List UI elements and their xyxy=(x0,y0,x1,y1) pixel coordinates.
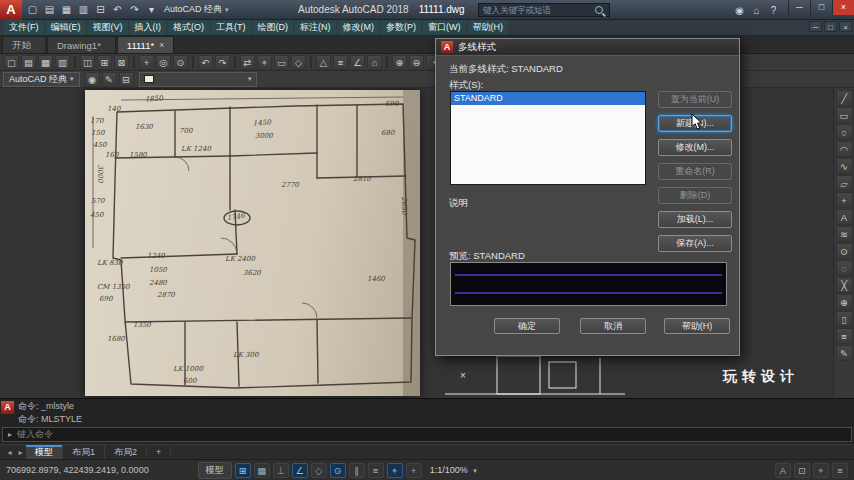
workspace-dropdown[interactable]: AutoCAD 经典▾ xyxy=(3,72,80,87)
line-icon[interactable]: ╱ xyxy=(836,90,853,106)
save-as-icon[interactable]: ▥ xyxy=(76,2,91,17)
layout-tab[interactable]: 布局1 xyxy=(63,445,105,460)
annotation-scale[interactable]: 1:1/100% ▾ xyxy=(430,465,477,475)
menu-item[interactable]: 标注(N) xyxy=(295,20,336,35)
object-snap-icon[interactable]: ⊙ xyxy=(330,463,346,478)
dialog-button[interactable]: 保存(A)... xyxy=(658,235,732,252)
polar-tracking-icon[interactable]: ∠ xyxy=(292,463,308,478)
layer-dropdown[interactable]: ▾ xyxy=(139,72,257,87)
doc-window-control[interactable]: × xyxy=(839,21,852,32)
save-icon[interactable]: ▦ xyxy=(59,2,74,17)
menu-item[interactable]: 修改(M) xyxy=(338,20,380,35)
file-tab[interactable]: Drawing1* xyxy=(47,36,116,53)
menu-item[interactable]: 绘图(D) xyxy=(253,20,294,35)
spell-check-icon[interactable]: ⊠ xyxy=(114,55,129,70)
ortho-icon[interactable]: ⊥ xyxy=(273,463,289,478)
dialog-button[interactable]: 置为当前(U) xyxy=(658,91,732,108)
dialog-footer-button[interactable]: 帮助(H) xyxy=(664,318,730,334)
new-icon[interactable]: ▢ xyxy=(4,55,19,70)
style-list-item[interactable]: STANDARD xyxy=(451,92,645,105)
revision-cloud-icon[interactable]: ✎ xyxy=(836,345,853,361)
insert-block-icon[interactable]: ⊕ xyxy=(836,294,853,310)
minimize-button[interactable]: ─ xyxy=(788,0,810,15)
layout-nav-icon[interactable]: ▸ xyxy=(15,448,26,457)
sign-in-icon[interactable]: ◉ xyxy=(732,3,747,18)
dialog-button[interactable]: 删除(D) xyxy=(658,187,732,204)
qat-dropdown-icon[interactable]: ▾ xyxy=(144,2,159,17)
properties-icon[interactable]: △ xyxy=(316,55,331,70)
annotation-visibility-icon[interactable]: A xyxy=(775,463,791,478)
menu-item[interactable]: 帮助(H) xyxy=(468,20,509,35)
tab-close-icon[interactable]: × xyxy=(159,40,164,50)
layer-off-icon[interactable]: ⊟ xyxy=(119,72,134,87)
arc-icon[interactable]: ◠ xyxy=(836,141,853,157)
transparency-icon[interactable]: ≡ xyxy=(368,463,384,478)
zoom-realtime-icon[interactable]: ⌖ xyxy=(257,55,272,70)
sheet-set-icon[interactable]: ⌂ xyxy=(367,55,382,70)
save-icon[interactable]: ▦ xyxy=(38,55,53,70)
zoom-window-icon[interactable]: ▭ xyxy=(274,55,289,70)
dialog-button[interactable]: 加载(L)... xyxy=(658,211,732,228)
search-icon[interactable] xyxy=(595,6,603,14)
toolbar-icon[interactable] xyxy=(133,56,135,69)
text-icon[interactable]: A xyxy=(836,209,853,225)
layout-tab[interactable]: + xyxy=(147,445,171,460)
lineweight-icon[interactable]: ∥ xyxy=(349,463,365,478)
cut-icon[interactable]: + xyxy=(139,55,154,70)
publish-icon[interactable]: ⊞ xyxy=(97,55,112,70)
grid-icon[interactable]: ⊞ xyxy=(235,463,251,478)
plot-icon[interactable]: ⊟ xyxy=(93,2,108,17)
search-input[interactable] xyxy=(479,5,595,15)
pan-icon[interactable]: ⇄ xyxy=(240,55,255,70)
file-tab[interactable]: 开始 xyxy=(2,36,46,53)
dialog-footer-button[interactable]: 确定 xyxy=(494,318,560,334)
layout-nav-icon[interactable]: ◂ xyxy=(4,448,15,457)
customization-icon[interactable]: ≡ xyxy=(832,463,848,478)
open-icon[interactable]: ▤ xyxy=(42,2,57,17)
object-snap-tracking-icon[interactable]: ⌖ xyxy=(387,463,403,478)
toolbar-icon[interactable] xyxy=(74,56,76,69)
layer-states-icon[interactable]: ✎ xyxy=(102,72,117,87)
qnew-icon[interactable]: ▢ xyxy=(25,2,40,17)
open-icon[interactable]: ▤ xyxy=(21,55,36,70)
menu-item[interactable]: 视图(V) xyxy=(88,20,128,35)
ellipse-icon[interactable]: ◌ xyxy=(836,260,853,276)
menu-item[interactable]: 编辑(E) xyxy=(46,20,86,35)
layout-tab[interactable]: 布局2 xyxy=(105,445,147,460)
layer-properties-icon[interactable]: ◉ xyxy=(85,72,100,87)
redo-icon[interactable]: ↷ xyxy=(127,2,142,17)
workspace-switching-icon[interactable]: ⊡ xyxy=(794,463,810,478)
point-icon[interactable]: + xyxy=(836,192,853,208)
designcenter-icon[interactable]: ≡ xyxy=(333,55,348,70)
dialog-button[interactable]: 重命名(R) xyxy=(658,163,732,180)
donut-icon[interactable]: ⊙ xyxy=(836,243,853,259)
help-icon[interactable]: ? xyxy=(766,3,781,18)
toolbar-icon[interactable] xyxy=(386,56,388,69)
command-input[interactable]: ▸ 键入命令 xyxy=(2,427,852,442)
circle-icon[interactable]: ○ xyxy=(836,124,853,140)
menu-item[interactable]: 插入(I) xyxy=(130,20,167,35)
application-menu-icon[interactable]: A xyxy=(0,0,22,20)
menu-item[interactable]: 参数(P) xyxy=(381,20,421,35)
menu-item[interactable]: 格式(O) xyxy=(168,20,209,35)
region-icon[interactable]: ▯ xyxy=(836,311,853,327)
table-icon[interactable]: ≡ xyxy=(836,328,853,344)
autodesk-home-icon[interactable]: ⌂ xyxy=(749,3,764,18)
maximize-button[interactable]: □ xyxy=(810,0,832,15)
erase-icon[interactable]: ╳ xyxy=(836,277,853,293)
dialog-titlebar[interactable]: A 多线样式 xyxy=(436,39,739,56)
styles-listbox[interactable]: STANDARD xyxy=(450,91,646,185)
hatch-icon[interactable]: ≋ xyxy=(836,226,853,242)
close-button[interactable]: × xyxy=(832,0,854,15)
plot-preview-icon[interactable]: ◫ xyxy=(80,55,95,70)
spline-icon[interactable]: ∿ xyxy=(836,158,853,174)
polygon-icon[interactable]: ▱ xyxy=(836,175,853,191)
tool-palettes-icon[interactable]: ∠ xyxy=(350,55,365,70)
rectangle-icon[interactable]: ▭ xyxy=(836,107,853,123)
undo-icon[interactable]: ↶ xyxy=(198,55,213,70)
menu-item[interactable]: 文件(F) xyxy=(4,20,44,35)
dialog-footer-button[interactable]: 取消 xyxy=(580,318,646,334)
menu-item[interactable]: 工具(T) xyxy=(211,20,251,35)
layout-tab[interactable]: 模型 xyxy=(26,445,63,460)
paste-icon[interactable]: ⊙ xyxy=(173,55,188,70)
